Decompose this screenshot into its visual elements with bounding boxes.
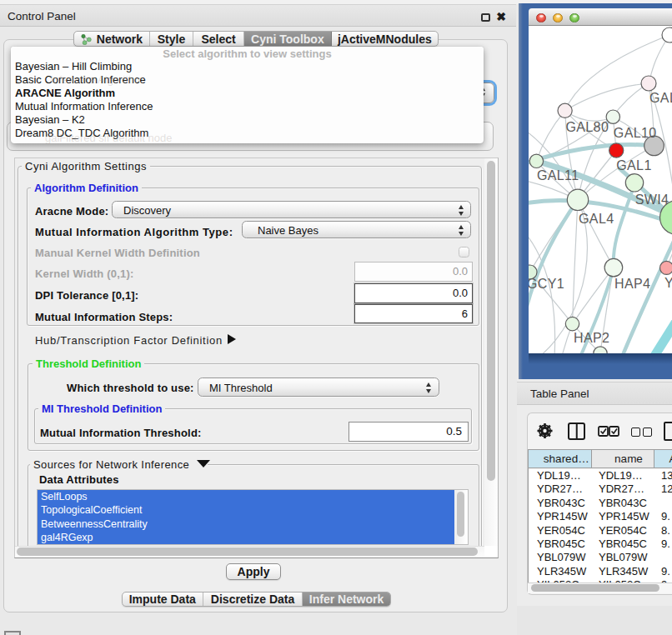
algorithm-option[interactable]: Bayesian – K2 <box>11 113 484 127</box>
tab-style[interactable]: Style <box>150 32 193 46</box>
window-close-button[interactable] <box>536 13 546 23</box>
mi-threshold-field[interactable]: 0.5 <box>349 422 469 442</box>
data-attributes-list[interactable]: SelfLoopsTopologicalCoefficientBetweenne… <box>37 489 469 545</box>
tab-infer-network[interactable]: Infer Network <box>303 592 389 606</box>
network-node[interactable] <box>625 174 643 192</box>
panel-minimize-icon[interactable] <box>4 631 21 635</box>
apply-button[interactable]: Apply <box>226 563 281 580</box>
attribute-item[interactable]: TopologicalCoefficient <box>38 503 455 517</box>
table-cell <box>654 551 672 564</box>
column-header-shared-name[interactable]: shared… <box>529 450 592 468</box>
table-cell: 9. <box>654 565 672 578</box>
algorithm-option[interactable]: Bayesian – Hill Climbing <box>11 60 484 73</box>
mi-threshold-label: Mutual Information Threshold: <box>40 427 202 439</box>
table-cell: 13 <box>654 469 672 482</box>
collapse-arrow-icon[interactable] <box>197 460 210 468</box>
network-node[interactable] <box>660 261 672 274</box>
select-all-icon[interactable] <box>598 426 619 438</box>
table-row[interactable]: YER054CYER054C8. <box>529 524 672 538</box>
table-row[interactable]: YPR145WYPR145W9. <box>529 510 672 523</box>
gear-icon[interactable] <box>536 422 554 440</box>
control-panel-tabbar: Network Style Select Cyni Toolbox jActiv… <box>73 31 439 47</box>
column-header-partial[interactable]: A <box>654 450 672 468</box>
network-window-titlebar[interactable] <box>529 8 672 26</box>
node-label: GAL80 <box>565 120 609 134</box>
algorithm-definition-title: Algorithm Definition <box>31 182 142 194</box>
table-hscrollbar-thumb[interactable] <box>531 584 659 592</box>
table-cell: YBR043C <box>529 497 592 510</box>
window-minimize-button[interactable] <box>553 13 563 23</box>
which-threshold-combobox[interactable]: MI Threshold <box>198 378 439 397</box>
settings-hscrollbar-thumb[interactable] <box>17 548 478 556</box>
deselect-all-icon-2[interactable] <box>643 428 652 437</box>
network-node[interactable] <box>662 28 672 42</box>
table-cell: YER054C <box>529 524 592 538</box>
attribute-item[interactable]: BetweennessCentrality <box>38 518 455 531</box>
combo-arrows-icon <box>459 225 464 236</box>
network-node[interactable] <box>641 76 656 91</box>
table-row[interactable]: YBR045CYBR045C9. <box>529 538 672 551</box>
split-view-icon[interactable] <box>568 422 585 440</box>
network-icon <box>81 33 92 45</box>
node-label: HAP4 <box>614 277 650 291</box>
table-row[interactable]: YBL079WYBL079W <box>529 551 672 564</box>
tab-impute-data[interactable]: Impute Data <box>123 592 203 606</box>
tab-cyni-toolbox[interactable]: Cyni Toolbox <box>244 32 332 46</box>
table-cell: YBR045C <box>529 538 592 551</box>
network-node[interactable] <box>594 347 607 353</box>
close-panel-button[interactable]: ✖ <box>494 8 508 25</box>
float-panel-button[interactable] <box>481 13 490 22</box>
scrollbar-corner <box>484 546 498 558</box>
network-edge[interactable] <box>529 200 578 319</box>
node-label: SWI4 <box>635 192 669 207</box>
popup-placeholder: Select algorithm to view settings <box>11 48 484 60</box>
table-row[interactable]: YDR27…YDR27…12 <box>529 482 672 496</box>
mi-algorithm-type-combobox[interactable]: Naive Bayes <box>242 221 471 238</box>
table-cell: YDR27… <box>529 482 592 496</box>
column-header-name[interactable]: name <box>592 450 654 468</box>
attribute-item[interactable]: SelfLoops <box>38 490 455 503</box>
network-node[interactable] <box>529 154 543 168</box>
table-cell: YBL079W <box>529 551 592 564</box>
algorithm-option[interactable]: Mutual Information Inference <box>11 100 484 113</box>
deselect-all-icon[interactable] <box>631 428 640 437</box>
list-scrollbar-track[interactable] <box>454 490 467 544</box>
network-node[interactable] <box>558 103 572 118</box>
network-canvas[interactable]: GALGAL80GAL10GAL1GAL11SWI4GAL4GCY1HAP4YH… <box>529 26 672 353</box>
tab-jactivemnodules[interactable]: jActiveMNodules <box>332 32 438 46</box>
table-row[interactable]: YDL19…YDL19…13 <box>529 469 672 482</box>
algorithm-option[interactable]: ARACNE Algorithm <box>11 87 484 100</box>
node-label: GAL1 <box>616 158 652 172</box>
network-edge[interactable] <box>642 313 672 353</box>
document-icon[interactable] <box>664 422 672 441</box>
network-edge[interactable] <box>573 268 614 324</box>
network-node[interactable] <box>609 143 624 158</box>
window-zoom-button[interactable] <box>569 13 579 23</box>
dpi-tolerance-field[interactable]: 0.0 <box>354 283 473 303</box>
network-node[interactable] <box>604 258 623 277</box>
network-edge[interactable] <box>578 200 614 268</box>
table-cell: YLR345W <box>592 565 654 578</box>
tab-discretize-data[interactable]: Discretize Data <box>203 592 303 606</box>
tab-select[interactable]: Select <box>193 32 244 46</box>
attribute-item[interactable]: gal4RGexp <box>38 531 455 544</box>
hub-section-header[interactable]: Hub/Transcription Factor Definition <box>35 334 223 347</box>
mi-algorithm-type-label: Mutual Information Algorithm Type: <box>35 226 233 238</box>
table-row[interactable]: YBR043CYBR043C <box>529 497 672 510</box>
manual-kernel-width-checkbox[interactable] <box>459 247 469 258</box>
tab-network[interactable]: Network <box>74 32 150 46</box>
node-label: GAL <box>649 91 672 105</box>
network-node[interactable] <box>567 189 588 210</box>
list-scrollbar-thumb[interactable] <box>457 492 464 537</box>
control-panel-title: Control Panel <box>8 10 76 22</box>
which-threshold-label: Which threshold to use: <box>67 382 194 394</box>
network-node[interactable] <box>565 317 579 330</box>
settings-vscrollbar-thumb[interactable] <box>487 161 495 481</box>
kernel-width-field[interactable]: 0.0 <box>354 262 473 282</box>
aracne-mode-combobox[interactable]: Discovery <box>112 201 471 218</box>
expand-arrow-icon[interactable] <box>228 334 236 344</box>
table-row[interactable]: YLR345WYLR345W9. <box>529 565 672 578</box>
network-edge[interactable] <box>565 83 649 111</box>
network-edge[interactable] <box>573 200 579 324</box>
mi-steps-field[interactable]: 6 <box>354 304 473 323</box>
